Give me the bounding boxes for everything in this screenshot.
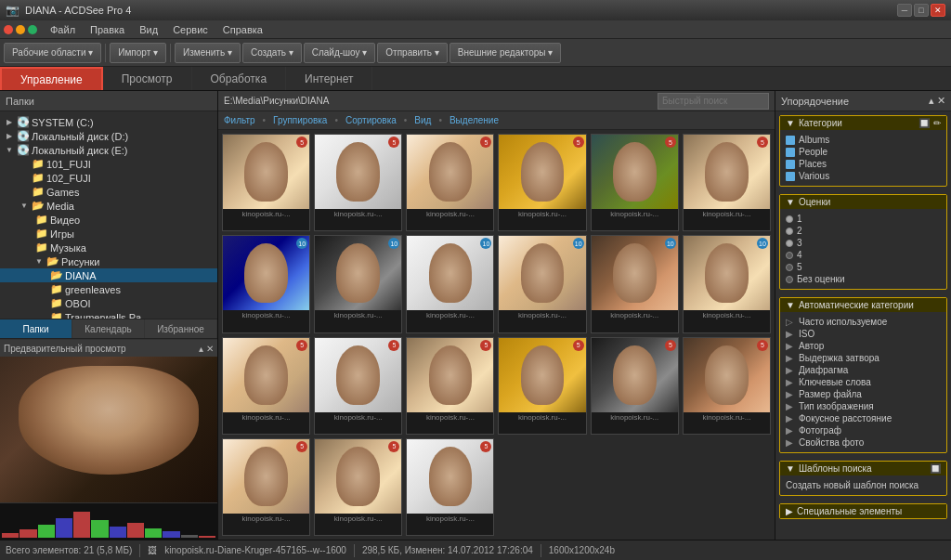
filter-button[interactable]: Фильтр — [224, 115, 255, 125]
thumbnail-21[interactable]: 5 kinopoisk.ru-... — [406, 438, 494, 536]
external-button[interactable]: Внешние редакторы ▾ — [449, 43, 562, 63]
panel-tab-folders[interactable]: Папки — [0, 319, 72, 338]
menu-file[interactable]: Файл — [43, 22, 83, 37]
tab-manage[interactable]: Управление — [0, 67, 103, 90]
tree-item-102fuji[interactable]: 📁 102_FUJI — [0, 171, 217, 185]
maximize-button[interactable]: □ — [914, 4, 929, 17]
thumbnail-4[interactable]: 5 kinopoisk.ru-... — [498, 134, 586, 231]
tree-item-games2[interactable]: 📁 Игры — [0, 227, 217, 241]
autocat-keywords[interactable]: ▶ Ключевые слова — [786, 376, 941, 388]
slideshow-button[interactable]: Слайд-шоу ▾ — [304, 43, 376, 63]
tree-item-local-e[interactable]: ▼ 💽 Локальный диск (E:) — [0, 143, 217, 157]
thumbnail-9[interactable]: 10 kinopoisk.ru-... — [406, 235, 494, 332]
thumbnail-10[interactable]: 10 kinopoisk.ru-... — [498, 235, 586, 332]
thumbnail-20[interactable]: 5 kinopoisk.ru-... — [314, 438, 402, 536]
thumbnail-7[interactable]: 10 kinopoisk.ru-... — [222, 235, 310, 332]
thumbnail-16[interactable]: 5 kinopoisk.ru-... — [498, 337, 586, 435]
tree-item-pictures[interactable]: ▼ 📂 Рисунки — [0, 254, 217, 268]
ratings-section-header[interactable]: ▼ Оценки — [780, 195, 946, 209]
minimize-button[interactable]: ─ — [897, 4, 912, 17]
thumbnail-15[interactable]: 5 kinopoisk.ru-... — [406, 337, 494, 435]
tree-item-greenleaves[interactable]: 📁 greenleaves — [0, 282, 217, 296]
thumbnail-14[interactable]: 5 kinopoisk.ru-... — [314, 337, 402, 435]
create-button[interactable]: Создать ▾ — [242, 43, 302, 63]
thumbnail-17[interactable]: 5 kinopoisk.ru-... — [591, 337, 679, 435]
thumbnail-12[interactable]: 10 kinopoisk.ru-... — [683, 235, 771, 332]
thumbnail-13[interactable]: 5 kinopoisk.ru-... — [222, 337, 310, 435]
select-button[interactable]: Выделение — [449, 115, 499, 125]
autocat-frequent[interactable]: ▷ Часто используемое — [786, 316, 941, 328]
tab-edit[interactable]: Обработка — [192, 67, 287, 90]
modify-button[interactable]: Изменить ▾ — [175, 43, 241, 63]
rating-2[interactable]: 2 — [786, 225, 941, 237]
rating-label-3: 3 — [797, 238, 802, 248]
search-input[interactable] — [658, 93, 769, 110]
rating-3[interactable]: 3 — [786, 237, 941, 249]
thumbnail-2[interactable]: 5 kinopoisk.ru-... — [314, 134, 402, 231]
tree-item-traumerwalls[interactable]: 📁 Traumerwalls Pa... — [0, 310, 217, 319]
autocat-shutter[interactable]: ▶ Выдержка затвора — [786, 352, 941, 364]
autocat-focal[interactable]: ▶ Фокусное расстояние — [786, 412, 941, 424]
panel-tab-calendar[interactable]: Календарь — [72, 319, 145, 338]
search-add-icon[interactable]: 🔲 — [930, 463, 941, 474]
search-templates-header[interactable]: ▼ Шаблоны поиска 🔲 — [780, 462, 946, 475]
tree-item-media[interactable]: ▼ 📂 Media — [0, 199, 217, 213]
thumbnail-1[interactable]: 5 kinopoisk.ru-... — [222, 134, 310, 231]
autocat-photographer[interactable]: ▶ Фотограф — [786, 424, 941, 436]
special-elements-header[interactable]: ▶ Специальные элементы — [780, 504, 946, 518]
category-people[interactable]: People — [786, 146, 941, 158]
rating-5[interactable]: 5 — [786, 261, 941, 273]
category-albums[interactable]: Albums — [786, 134, 941, 146]
close-button[interactable]: ✕ — [931, 4, 945, 17]
thumbnail-5[interactable]: 5 kinopoisk.ru-... — [591, 134, 679, 231]
categories-add-icon[interactable]: 🔲 — [918, 118, 930, 128]
tree-item-system-c[interactable]: ▶ 💽 SYSTEM (C:) — [0, 115, 217, 129]
group-button[interactable]: Группировка — [273, 115, 327, 125]
tree-item-video[interactable]: 📁 Видео — [0, 213, 217, 227]
tree-item-101fuji[interactable]: 📁 101_FUJI — [0, 157, 217, 171]
thumbnail-6[interactable]: 5 kinopoisk.ru-... — [683, 134, 771, 231]
folders-header: Папки — [0, 91, 217, 111]
category-various[interactable]: Various — [786, 170, 941, 182]
send-button[interactable]: Отправить ▾ — [377, 43, 447, 63]
status-sep-2 — [354, 544, 355, 557]
import-button[interactable]: Импорт ▾ — [110, 43, 166, 63]
tree-item-music[interactable]: 📁 Музыка — [0, 241, 217, 254]
tab-internet[interactable]: Интернет — [286, 67, 372, 90]
categories-section-header[interactable]: ▼ Категории 🔲 ✏ — [780, 116, 946, 130]
tree-item-local-d[interactable]: ▶ 💽 Локальный диск (D:) — [0, 129, 217, 143]
create-search-template[interactable]: Создать новый шаблон поиска — [786, 479, 941, 491]
menu-edit[interactable]: Правка — [83, 22, 132, 37]
thumbnail-11[interactable]: 10 kinopoisk.ru-... — [591, 235, 679, 332]
categories-edit-icon[interactable]: ✏ — [933, 118, 941, 128]
auto-categories-header[interactable]: ▼ Автоматические категории — [780, 298, 946, 312]
tree-item-games[interactable]: 📁 Games — [0, 185, 217, 199]
rating-4[interactable]: 4 — [786, 249, 941, 261]
autocat-imgtype[interactable]: ▶ Тип изображения — [786, 400, 941, 412]
category-places[interactable]: Places — [786, 158, 941, 170]
tree-item-oboi[interactable]: 📁 OBOI — [0, 296, 217, 310]
search-templates-section: ▼ Шаблоны поиска 🔲 Создать новый шаблон … — [779, 461, 947, 496]
create-template-label: Создать новый шаблон поиска — [786, 480, 918, 490]
menu-view[interactable]: Вид — [132, 22, 165, 37]
tab-view[interactable]: Просмотр — [103, 67, 192, 90]
rating-none[interactable]: Без оценки — [786, 273, 941, 285]
menu-help[interactable]: Справка — [215, 22, 270, 37]
view-button[interactable]: Вид — [414, 115, 431, 125]
autocat-aperture[interactable]: ▶ Диафрагма — [786, 364, 941, 376]
thumbnail-8[interactable]: 10 kinopoisk.ru-... — [314, 235, 402, 332]
toolbar-sep-1 — [105, 44, 106, 62]
panel-tab-favorites[interactable]: Избранное — [145, 319, 217, 338]
menu-service[interactable]: Сервис — [165, 22, 215, 37]
autocat-filesize[interactable]: ▶ Размер файла — [786, 388, 941, 400]
thumbnail-3[interactable]: 5 kinopoisk.ru-... — [406, 134, 494, 231]
autocat-photo-props[interactable]: ▶ Свойства фото — [786, 436, 941, 449]
tree-item-diana[interactable]: 📂 DIANA — [0, 268, 217, 282]
sort-button[interactable]: Сортировка — [345, 115, 397, 125]
thumbnail-18[interactable]: 5 kinopoisk.ru-... — [683, 337, 771, 435]
workspaces-button[interactable]: Рабочие области ▾ — [4, 43, 101, 63]
autocat-iso[interactable]: ▶ ISO — [786, 328, 941, 340]
rating-1[interactable]: 1 — [786, 213, 941, 225]
autocat-author[interactable]: ▶ Автор — [786, 340, 941, 352]
thumbnail-19[interactable]: 5 kinopoisk.ru-... — [222, 438, 310, 536]
